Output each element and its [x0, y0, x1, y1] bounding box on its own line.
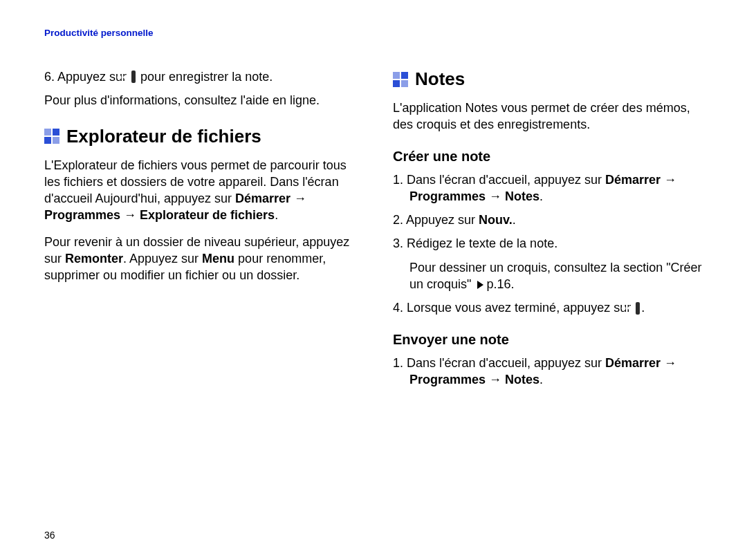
triangle-icon	[477, 281, 483, 289]
manual-page: Productivité personnelle 6. Appuyez sur …	[0, 0, 747, 560]
create-step-4: 4. Lorsque vous avez terminé, appuyez su…	[393, 299, 703, 316]
remonter-label: Remonter	[65, 252, 123, 265]
c2-a: 2. Appuyez sur	[393, 213, 479, 227]
squares-icon	[393, 72, 408, 87]
right-column: Notes L'application Notes vous permet de…	[393, 68, 703, 395]
notes-intro: L'application Notes vous permet de créer…	[393, 100, 703, 133]
c4-a: 4. Lorsque vous avez terminé, appuyez su…	[393, 301, 634, 315]
step6-text-b: pour enregistrer la note.	[137, 70, 273, 84]
explorer-para-2: Pour revenir à un dossier de niveau supé…	[44, 234, 354, 284]
subheading-send-note: Envoyer une note	[393, 332, 703, 348]
explorer-para-1: L'Explorateur de fichiers vous permet de…	[44, 157, 354, 224]
heading-notes: Notes	[393, 68, 703, 90]
ok-icon: ok	[131, 71, 136, 83]
two-column-layout: 6. Appuyez sur ok pour enregistrer la no…	[44, 68, 703, 395]
ok-icon: ok	[636, 302, 640, 315]
subheading-create-note: Créer une note	[393, 149, 703, 165]
create-step-3b: Pour dessiner un croquis, consultez la s…	[393, 259, 703, 293]
step-6: 6. Appuyez sur ok pour enregistrer la no…	[44, 68, 354, 85]
menu-label: Menu	[202, 252, 234, 265]
create-step-2: 2. Appuyez sur Nouv..	[393, 212, 703, 228]
c3b-a: Pour dessiner un croquis, consultez la s…	[409, 261, 702, 291]
c1-a: 1. Dans l'écran d'accueil, appuyez sur	[393, 173, 605, 187]
heading-notes-text: Notes	[415, 68, 465, 90]
page-ref: p.16.	[486, 277, 514, 291]
create-step-1: 1. Dans l'écran d'accueil, appuyez sur D…	[393, 171, 703, 205]
s1-a: 1. Dans l'écran d'accueil, appuyez sur	[393, 356, 605, 370]
send-step-1: 1. Dans l'écran d'accueil, appuyez sur D…	[393, 355, 703, 389]
breadcrumb[interactable]: Productivité personnelle	[44, 28, 154, 38]
nouv-label: Nouv.	[479, 213, 513, 227]
squares-icon	[44, 129, 59, 144]
page-number: 36	[44, 530, 55, 541]
heading-explorer: Explorateur de fichiers	[44, 126, 354, 147]
left-column: 6. Appuyez sur ok pour enregistrer la no…	[44, 68, 354, 395]
explorer-p2-c: . Appuyez sur	[123, 252, 202, 265]
create-step-3: 3. Rédigez le texte de la note.	[393, 235, 703, 252]
heading-explorer-text: Explorateur de fichiers	[66, 126, 261, 147]
more-info-text: Pour plus d'informations, consultez l'ai…	[44, 92, 354, 109]
